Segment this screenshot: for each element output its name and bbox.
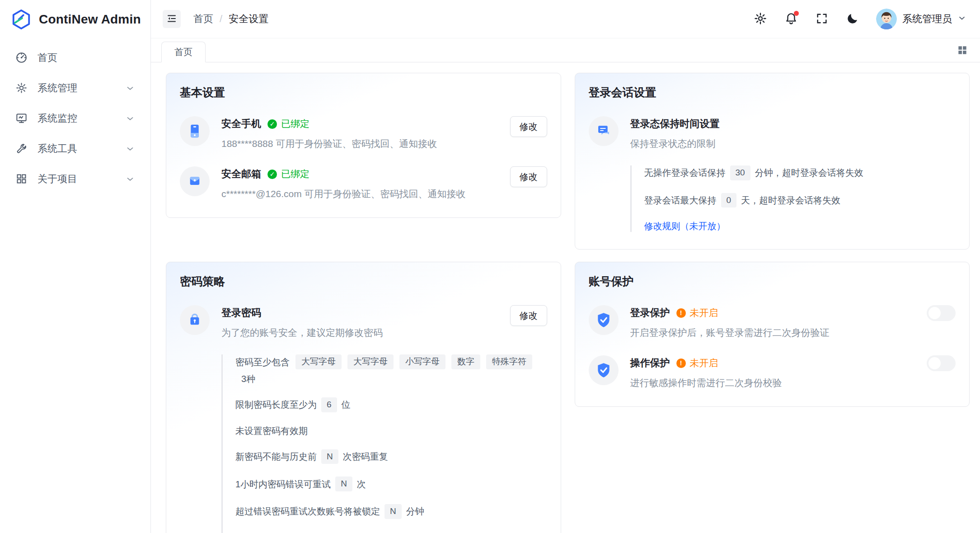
security-email-row: 安全邮箱 ✓ 已绑定 c********@126.com 可用于身份验证、密码找… bbox=[180, 166, 547, 200]
main-area: 首页 / 安全设置 bbox=[151, 0, 980, 533]
row-title: 登录密码 bbox=[221, 306, 261, 320]
wrench-icon bbox=[15, 142, 28, 155]
toggle-knob bbox=[928, 307, 941, 319]
fullscreen-button[interactable] bbox=[815, 12, 829, 26]
user-name: 系统管理员 bbox=[902, 12, 952, 26]
operation-protection-toggle[interactable] bbox=[927, 355, 956, 371]
card-title: 登录会话设置 bbox=[589, 85, 956, 100]
tab-home[interactable]: 首页 bbox=[161, 42, 206, 62]
topbar-actions: 系统管理员 bbox=[753, 9, 966, 29]
chevron-down-icon bbox=[125, 174, 135, 184]
mail-icon bbox=[180, 166, 210, 196]
row-title: 登录态保持时间设置 bbox=[630, 117, 720, 131]
card-basic-settings: 基本设置 安全手机 ✓ bbox=[166, 73, 561, 218]
security-phone-row: 安全手机 ✓ 已绑定 188****8888 可用于身份验证、密码找回、通知接收… bbox=[180, 116, 547, 150]
row-description: 开启登录保护后，账号登录需进行二次身份验证 bbox=[630, 326, 915, 339]
login-protection-row: 登录保护 ! 未开启 开启登录保护后，账号登录需进行二次身份验证 bbox=[589, 305, 956, 339]
breadcrumb-current: 安全设置 bbox=[229, 12, 268, 26]
row-description: 保持登录状态的限制 bbox=[630, 137, 956, 150]
password-rules: 密码至少包含 大写字母 大写字母 小写字母 数字 特殊字符 3种 限制密码长度至… bbox=[221, 354, 545, 533]
row-description: 为了您的账号安全，建议定期修改密码 bbox=[221, 326, 498, 339]
page: ContiNew Admin 首页 系统管理 bbox=[0, 0, 980, 533]
settings-button[interactable] bbox=[753, 12, 768, 26]
rule-line: 无操作登录会话保持 30 分钟，超时登录会话将失效 bbox=[644, 165, 954, 180]
row-title: 操作保护 bbox=[630, 356, 670, 370]
sidebar-item-label: 系统工具 bbox=[38, 142, 77, 156]
edit-session-rules-link[interactable]: 修改规则（未开放） bbox=[644, 220, 726, 232]
rule-line: 超过错误密码重试次数账号将被锁定 N 分钟 bbox=[235, 504, 545, 519]
notifications-button[interactable] bbox=[784, 12, 798, 26]
operation-protection-row: 操作保护 ! 未开启 进行敏感操作时需进行二次身份校验 bbox=[589, 355, 956, 389]
sidebar-collapse-button[interactable] bbox=[163, 10, 181, 28]
breadcrumb: 首页 / 安全设置 bbox=[193, 12, 268, 26]
rule-line: 未设置密码有效期 bbox=[235, 425, 545, 437]
logo-row[interactable]: ContiNew Admin bbox=[0, 0, 150, 38]
login-protection-toggle[interactable] bbox=[927, 305, 956, 321]
char-type-tag: 数字 bbox=[451, 354, 480, 369]
dashboard-icon bbox=[15, 52, 28, 64]
row-description: 188****8888 可用于身份验证、密码找回、通知接收 bbox=[221, 137, 498, 150]
rule-value: N bbox=[321, 449, 338, 464]
rule-line: 密码至少包含 大写字母 大写字母 小写字母 数字 特殊字符 3种 bbox=[235, 354, 545, 385]
moon-icon bbox=[846, 12, 859, 26]
sidebar-item-label: 首页 bbox=[38, 51, 57, 65]
card-title: 基本设置 bbox=[180, 85, 547, 100]
sidebar-nav: 首页 系统管理 bbox=[0, 38, 150, 198]
login-password-row: 登录密码 为了您的账号安全，建议定期修改密码 修改 bbox=[180, 305, 547, 339]
rule-line: 限制密码长度至少为 6 位 bbox=[235, 397, 545, 412]
shield-check-icon bbox=[589, 305, 619, 335]
breadcrumb-home[interactable]: 首页 bbox=[193, 12, 213, 26]
user-menu[interactable]: 系统管理员 bbox=[876, 9, 966, 29]
sidebar-item-home[interactable]: 首页 bbox=[6, 45, 144, 71]
app-title: ContiNew Admin bbox=[39, 12, 141, 27]
char-type-tag: 小写字母 bbox=[399, 354, 445, 369]
phone-icon bbox=[180, 116, 210, 146]
sidebar-item-label: 系统监控 bbox=[38, 112, 77, 125]
exclamation-circle-icon: ! bbox=[676, 358, 686, 368]
tab-bar: 首页 bbox=[151, 38, 980, 62]
edit-password-button[interactable]: 修改 bbox=[510, 305, 547, 326]
menu-fold-icon bbox=[166, 13, 177, 25]
monitor-icon bbox=[15, 112, 28, 124]
rule-value: 0 bbox=[721, 193, 737, 208]
shield-check-icon bbox=[589, 355, 619, 385]
check-circle-icon: ✓ bbox=[267, 170, 277, 179]
char-type-tag: 大写字母 bbox=[347, 354, 394, 369]
row-title: 安全手机 bbox=[221, 117, 261, 131]
sidebar-item-system-monitor[interactable]: 系统监控 bbox=[6, 105, 144, 131]
sidebar-item-about[interactable]: 关于项目 bbox=[6, 166, 144, 192]
fullscreen-icon bbox=[816, 12, 828, 26]
char-type-tag: 大写字母 bbox=[295, 354, 342, 369]
content: 基本设置 安全手机 ✓ bbox=[151, 62, 980, 533]
status-badge: ✓ 已绑定 bbox=[267, 118, 309, 130]
sidebar-item-system-tools[interactable]: 系统工具 bbox=[6, 136, 144, 161]
row-description: 进行敏感操作时需进行二次身份校验 bbox=[630, 377, 915, 389]
sidebar-item-label: 系统管理 bbox=[38, 81, 77, 95]
chevron-down-icon bbox=[957, 14, 966, 24]
edit-email-button[interactable]: 修改 bbox=[510, 166, 547, 187]
session-rules: 无操作登录会话保持 30 分钟，超时登录会话将失效 登录会话最大保持 0 天，超… bbox=[630, 165, 954, 232]
row-title: 安全邮箱 bbox=[221, 167, 261, 181]
card-title: 密码策略 bbox=[180, 274, 547, 289]
sidebar-item-system-management[interactable]: 系统管理 bbox=[6, 75, 144, 101]
status-badge: ! 未开启 bbox=[676, 307, 718, 319]
sidebar-item-label: 关于项目 bbox=[38, 172, 77, 186]
message-icon bbox=[589, 116, 619, 146]
breadcrumb-separator: / bbox=[220, 13, 222, 25]
char-type-tag: 特殊字符 bbox=[486, 354, 532, 369]
topbar: 首页 / 安全设置 bbox=[151, 0, 980, 38]
avatar bbox=[876, 9, 897, 29]
edit-phone-button[interactable]: 修改 bbox=[510, 116, 547, 137]
gear-icon bbox=[15, 82, 28, 94]
status-badge: ! 未开启 bbox=[676, 357, 718, 369]
chevron-down-icon bbox=[125, 83, 135, 93]
session-keep-row: 登录态保持时间设置 保持登录状态的限制 bbox=[589, 116, 956, 150]
toggle-knob bbox=[928, 357, 941, 369]
tab-list-button[interactable] bbox=[957, 44, 968, 56]
tab-label: 首页 bbox=[174, 46, 192, 58]
chevron-down-icon bbox=[125, 113, 135, 123]
dark-mode-button[interactable] bbox=[845, 12, 860, 26]
rule-line: 1小时内密码错误可重试 N 次 bbox=[235, 476, 545, 491]
rule-value: N bbox=[335, 476, 352, 491]
chevron-down-icon bbox=[125, 144, 135, 154]
